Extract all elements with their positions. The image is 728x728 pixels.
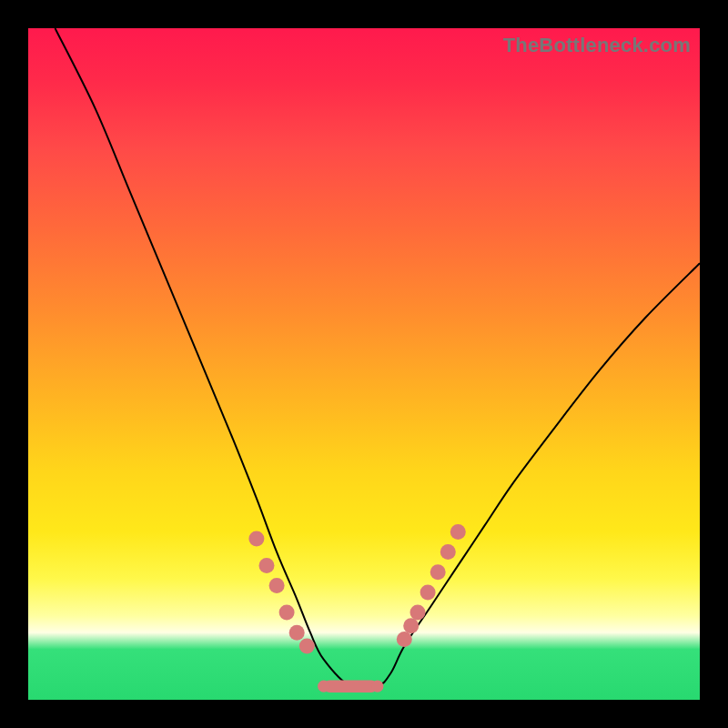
marker-dot bbox=[397, 632, 412, 647]
chart-stage: TheBottleneck.com bbox=[0, 0, 728, 728]
marker-dot bbox=[403, 618, 419, 633]
plot-area: TheBottleneck.com bbox=[28, 28, 700, 700]
markers-left-group bbox=[248, 531, 314, 653]
marker-dot bbox=[269, 578, 285, 593]
marker-dot bbox=[248, 531, 264, 546]
flat-segment bbox=[318, 681, 383, 693]
bottleneck-curve bbox=[56, 28, 701, 689]
marker-dot bbox=[450, 524, 466, 540]
marker-dot bbox=[440, 544, 456, 560]
bottleneck-curve-svg bbox=[28, 28, 700, 700]
marker-dot bbox=[410, 605, 426, 621]
marker-dot bbox=[259, 558, 275, 573]
marker-dot bbox=[430, 564, 446, 580]
flat-band bbox=[324, 681, 378, 693]
flat-band-cap bbox=[318, 681, 329, 693]
marker-dot bbox=[279, 605, 295, 621]
flat-band-cap bbox=[371, 681, 383, 693]
marker-dot bbox=[289, 625, 305, 641]
markers-right-group bbox=[397, 524, 466, 647]
marker-dot bbox=[420, 584, 436, 600]
marker-dot bbox=[299, 639, 315, 654]
